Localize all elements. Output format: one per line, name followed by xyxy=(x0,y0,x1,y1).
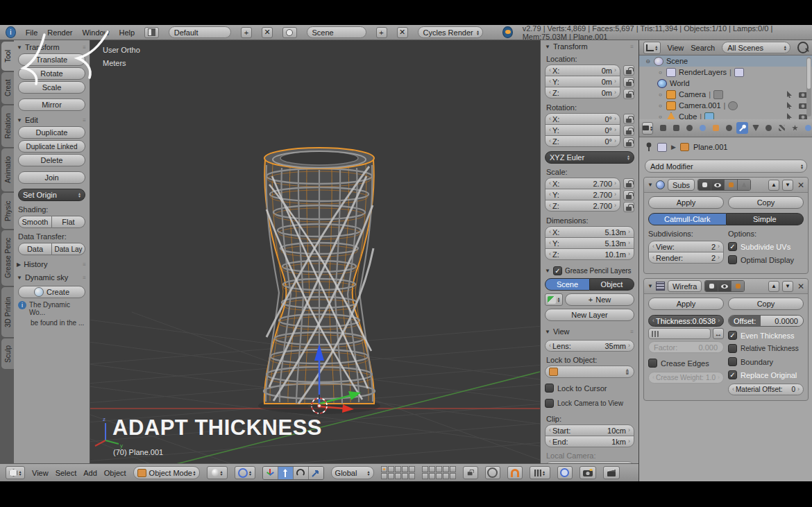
menu-help[interactable]: Help xyxy=(119,28,135,37)
wireframe-copy-button[interactable]: Copy xyxy=(728,298,804,310)
outliner-row-world[interactable]: World xyxy=(639,78,812,89)
tab-3d-printing[interactable]: 3D Printin xyxy=(1,287,14,337)
tab-world-icon[interactable] xyxy=(697,122,709,134)
data-layout-button[interactable]: Data Lay xyxy=(52,243,85,255)
gp-scene-toggle[interactable]: Scene xyxy=(545,278,590,291)
tab-tools[interactable]: Tool xyxy=(1,42,14,71)
vertex-group-field[interactable] xyxy=(648,328,711,339)
add-scene-button[interactable]: + xyxy=(376,27,387,38)
replace-original-row[interactable]: Replace Original xyxy=(728,370,804,379)
lock-camera-row[interactable]: Lock Camera to View xyxy=(545,399,634,408)
rotation-mode-select[interactable]: XYZ Euler▴▾ xyxy=(545,151,634,164)
dim-z-field[interactable]: ‹Z:10.1m› xyxy=(545,248,634,260)
location-y-field[interactable]: ‹Y:0m› xyxy=(545,76,620,87)
rotation-z-field[interactable]: ‹Z:0°› xyxy=(545,135,620,147)
dim-y-field[interactable]: ‹Y:5.13m› xyxy=(545,237,634,249)
lock-to-scene-icon[interactable] xyxy=(463,466,478,479)
search-icon[interactable] xyxy=(797,42,809,53)
gp-datablock-icon[interactable]: ▴▾ xyxy=(545,293,563,306)
location-x-field[interactable]: ‹X:0m› xyxy=(545,65,620,76)
even-thickness-row[interactable]: Even Thickness xyxy=(728,331,804,340)
delete-modifier-icon[interactable]: ✕ xyxy=(797,282,804,291)
outliner-row-renderlayers[interactable]: ○RenderLayers| xyxy=(639,67,812,78)
invert-vertex-group-icon[interactable]: ↔ xyxy=(713,328,724,339)
grease-pencil-panel-header[interactable]: ▼Grease Pencil Layers xyxy=(545,266,634,275)
rotate-manipulator-icon[interactable] xyxy=(293,467,308,479)
move-down-icon[interactable]: ▼ xyxy=(782,180,793,191)
editor-type-info-icon[interactable]: i xyxy=(6,26,16,38)
menu-render[interactable]: Render xyxy=(47,28,72,37)
render-visibility-icon[interactable] xyxy=(705,281,718,291)
clip-start-field[interactable]: ‹Start:10cm› xyxy=(545,424,634,436)
outliner-filter-select[interactable]: All Scenes▴▾ xyxy=(722,42,790,53)
translate-manipulator-icon[interactable] xyxy=(278,467,293,479)
render-visibility-icon[interactable] xyxy=(698,180,711,190)
viewport-menu-object[interactable]: Object xyxy=(104,469,126,477)
gp-object-toggle[interactable]: Object xyxy=(590,278,634,291)
lock-cursor-checkbox[interactable] xyxy=(545,384,554,393)
subsurf-copy-button[interactable]: Copy xyxy=(728,196,804,209)
orientation-select[interactable]: Global▴▾ xyxy=(331,466,374,479)
subsurf-apply-button[interactable]: Apply xyxy=(648,196,724,209)
history-panel-header[interactable]: ▶History≡ xyxy=(17,260,87,268)
outliner-editor-type-icon[interactable]: ▴▾ xyxy=(643,42,661,54)
lock-icon[interactable] xyxy=(623,65,634,76)
render-engine-select[interactable]: Cycles Render▴▾ xyxy=(418,26,483,38)
manipulator-axis-icon[interactable] xyxy=(263,467,278,479)
rotation-y-field[interactable]: ‹Y:0°› xyxy=(545,124,620,136)
tab-create[interactable]: Creat xyxy=(1,72,14,104)
lens-field[interactable]: ‹Lens:35mm› xyxy=(545,340,634,352)
lock-cursor-row[interactable]: Lock to Cursor xyxy=(545,384,634,393)
boundary-checkbox[interactable] xyxy=(728,357,737,366)
lock-icon[interactable] xyxy=(623,126,634,136)
outliner-menu-view[interactable]: View xyxy=(668,44,684,52)
object-breadcrumb-icon[interactable] xyxy=(657,143,667,152)
lock-icon[interactable] xyxy=(623,202,634,212)
tab-material-icon[interactable] xyxy=(763,122,775,134)
shade-flat-button[interactable]: Flat xyxy=(52,216,85,228)
rotation-x-field[interactable]: ‹X:0°› xyxy=(545,113,620,125)
tab-render-layers-icon[interactable] xyxy=(670,122,682,134)
shade-smooth-button[interactable]: Smooth xyxy=(18,216,52,228)
move-up-icon[interactable]: ▲ xyxy=(768,281,779,292)
proportional-edit-icon[interactable] xyxy=(485,466,500,479)
screen-layout-select[interactable]: Default xyxy=(169,26,231,38)
gp-new-layer-button[interactable]: New Layer xyxy=(545,309,634,321)
menu-file[interactable]: File xyxy=(26,28,38,37)
optimal-display-row[interactable]: Optimal Display xyxy=(728,255,804,264)
render-still-icon[interactable] xyxy=(580,466,596,479)
boundary-row[interactable]: Boundary xyxy=(728,357,804,366)
even-thickness-checkbox[interactable] xyxy=(728,331,737,340)
subdivide-uvs-row[interactable]: Subdivide UVs xyxy=(728,242,804,251)
selectable-cursor-icon[interactable] xyxy=(786,113,794,119)
move-up-icon[interactable]: ▲ xyxy=(768,180,779,191)
tab-scene-icon[interactable] xyxy=(684,122,695,134)
snap-element-icon[interactable]: ▴▾ xyxy=(530,466,550,479)
scene-browse-icon[interactable] xyxy=(282,27,297,38)
subsurf-render-field[interactable]: ‹Render:2› xyxy=(648,252,724,264)
rotate-button[interactable]: Rotate xyxy=(18,67,85,80)
lock-camera-checkbox[interactable] xyxy=(545,399,554,408)
selectable-cursor-icon[interactable] xyxy=(786,102,794,109)
scale-x-field[interactable]: ‹X:2.700› xyxy=(545,178,620,189)
snap-magnet-icon[interactable] xyxy=(507,466,523,479)
location-z-field[interactable]: ‹Z:0m› xyxy=(545,87,620,98)
relative-thickness-row[interactable]: Relative Thickness xyxy=(728,344,804,353)
lock-icon[interactable] xyxy=(623,89,634,99)
modifier-name-field[interactable]: Subs xyxy=(668,179,695,191)
add-layout-button[interactable]: + xyxy=(241,27,252,38)
scale-z-field[interactable]: ‹Z:2.700› xyxy=(545,200,620,212)
edit-panel-header[interactable]: ▼Edit≡ xyxy=(17,116,87,124)
screen-layout-icon[interactable] xyxy=(144,27,159,38)
viewport-editor-type-icon[interactable]: ▴▾ xyxy=(6,466,25,479)
lock-object-field[interactable]: ✐ xyxy=(545,366,634,378)
tab-grease-pencil[interactable]: Grease Penc xyxy=(1,230,14,286)
close-scene-button[interactable]: ✕ xyxy=(397,27,408,38)
create-sky-button[interactable]: Create xyxy=(18,286,85,298)
thickness-field[interactable]: ‹Thickness:0.0538› xyxy=(648,315,724,327)
dynamic-sky-panel-header[interactable]: ▼Dynamic sky≡ xyxy=(17,273,87,282)
lock-icon[interactable] xyxy=(623,190,634,200)
selectable-cursor-icon[interactable] xyxy=(786,91,794,98)
gp-new-button[interactable]: +New xyxy=(565,293,634,306)
eyedropper-icon[interactable]: ✐ xyxy=(623,367,632,377)
